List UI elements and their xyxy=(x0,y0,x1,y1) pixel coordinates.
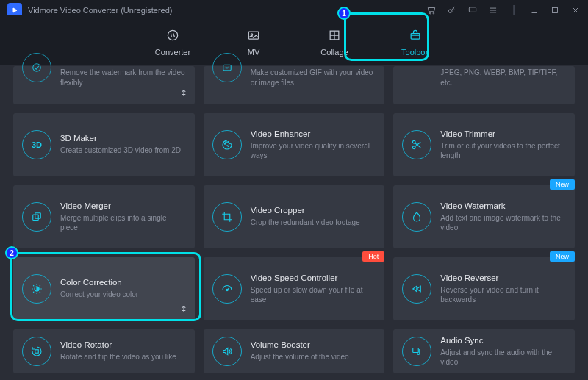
card-desc: Create customized 3D video from 2D xyxy=(60,146,186,156)
window-title: Vidmore Video Converter (Unregistered) xyxy=(28,6,426,15)
card-title: Video Trimmer xyxy=(440,129,566,138)
card-desc: Rotate and flip the video as you like xyxy=(60,352,186,362)
feedback-icon[interactable] xyxy=(467,5,478,15)
maximize-icon[interactable] xyxy=(550,5,560,15)
card-video-rotator[interactable]: Video RotatorRotate and flip the video a… xyxy=(13,329,195,373)
titlebar: Vidmore Video Converter (Unregistered) | xyxy=(0,0,588,15)
droplet-icon xyxy=(402,202,431,232)
card-video-cropper[interactable]: Video CropperCrop the redundant video fo… xyxy=(204,185,385,248)
card-color-correction[interactable]: Color CorrectionCorrect your video color… xyxy=(13,257,195,320)
card-video-trimmer[interactable]: Video TrimmerTrim or cut your videos to … xyxy=(393,113,575,176)
card-desc: Make customized GIF with your video or i… xyxy=(251,68,376,87)
tab-label: Converter xyxy=(155,48,190,57)
tab-collage[interactable]: Collage xyxy=(305,23,364,57)
svg-point-6 xyxy=(168,30,177,40)
volume-icon xyxy=(212,337,242,366)
new-tag: New xyxy=(550,179,575,190)
svg-rect-18 xyxy=(33,215,39,221)
brightness-icon xyxy=(22,274,51,304)
card-title: Audio Sync xyxy=(440,336,566,345)
converter-icon xyxy=(143,27,202,43)
card-title: 3D Maker xyxy=(60,134,186,143)
svg-marker-23 xyxy=(417,286,420,292)
close-icon[interactable] xyxy=(570,5,581,15)
card-desc: JPEG, PNG, WEBP, BMP, TIF/TIFF, etc. xyxy=(440,68,566,87)
card-3d-maker[interactable]: 3D 3D MakerCreate customized 3D video fr… xyxy=(13,113,195,176)
card-video-merger[interactable]: Video MergerMerge multiple clips into a … xyxy=(13,185,195,248)
pin-icon[interactable]: ⇞ xyxy=(180,88,187,98)
menu-icon[interactable] xyxy=(488,5,498,15)
card-desc: Adjust the volume of the video xyxy=(251,352,376,362)
key-icon[interactable] xyxy=(447,5,457,15)
svg-point-8 xyxy=(251,34,253,36)
new-tag: New xyxy=(550,251,575,262)
divider: | xyxy=(509,5,519,15)
card-video-enhancer[interactable]: Video EnhancerImprove your video quality… xyxy=(204,113,385,176)
minimize-icon[interactable] xyxy=(529,5,539,15)
card-desc: Adjust and sync the audio with the video xyxy=(440,348,566,368)
svg-rect-19 xyxy=(35,213,41,219)
card-desc: Merge multiple clips into a single piece xyxy=(60,213,186,233)
tab-toolbox[interactable]: Toolbox xyxy=(386,23,445,57)
toolbox-icon xyxy=(386,27,445,43)
svg-point-13 xyxy=(224,143,226,145)
main-nav: Converter MV Collage Toolbox xyxy=(0,15,588,65)
svg-point-11 xyxy=(33,64,41,72)
tab-mv[interactable]: MV xyxy=(224,23,283,57)
card-video-speed-controller[interactable]: Hot Video Speed ControllerSpeed up or sl… xyxy=(204,257,385,320)
svg-point-17 xyxy=(413,146,416,149)
card-desc: Remove the watermark from the video flex… xyxy=(60,68,186,87)
card-title: Video Cropper xyxy=(251,206,376,215)
merge-icon xyxy=(22,202,51,232)
card-desc: Add text and image watermark to the vide… xyxy=(440,213,566,233)
svg-point-16 xyxy=(413,140,416,143)
svg-rect-24 xyxy=(35,350,39,354)
svg-rect-25 xyxy=(413,348,419,353)
gif-maker-icon xyxy=(212,53,242,82)
svg-point-14 xyxy=(225,142,226,143)
card-volume-booster[interactable]: Volume BoosterAdjust the volume of the v… xyxy=(204,329,385,373)
card-desc: Improve your video quality in several wa… xyxy=(251,141,376,161)
window-controls: | xyxy=(426,5,581,15)
pin-icon[interactable]: ⇞ xyxy=(180,304,187,315)
card-video-reverser[interactable]: New Video ReverserReverse your video and… xyxy=(393,257,575,320)
rotate-icon xyxy=(22,337,51,366)
card-title: Video Reverser xyxy=(440,273,566,282)
rewind-icon xyxy=(402,274,431,304)
mv-icon xyxy=(224,27,283,43)
card-desc: Reverse your video and turn it backwards xyxy=(440,285,566,305)
watermark-remover-icon xyxy=(22,53,51,82)
audio-sync-icon xyxy=(402,337,431,366)
card-title: Video Merger xyxy=(60,201,186,210)
scissors-icon xyxy=(402,130,431,159)
gauge-icon xyxy=(212,274,242,304)
card-title: Video Watermark xyxy=(440,201,566,210)
card-image-converter[interactable]: JPEG, PNG, WEBP, BMP, TIF/TIFF, etc. xyxy=(393,66,575,104)
svg-point-15 xyxy=(227,142,229,143)
card-video-watermark[interactable]: New Video WatermarkAdd text and image wa… xyxy=(393,185,575,248)
svg-rect-10 xyxy=(411,34,420,40)
tab-converter[interactable]: Converter xyxy=(143,23,202,57)
card-title: Video Speed Controller xyxy=(251,273,376,282)
card-title: Volume Booster xyxy=(251,340,376,349)
svg-point-1 xyxy=(429,12,431,14)
tools-grid: Remove the watermark from the video flex… xyxy=(0,66,588,373)
svg-marker-0 xyxy=(13,8,17,12)
tab-label: Toolbox xyxy=(401,48,429,57)
tab-label: Collage xyxy=(320,48,348,57)
palette-icon xyxy=(212,130,242,159)
card-watermark-remover[interactable]: Remove the watermark from the video flex… xyxy=(13,66,195,104)
tab-label: MV xyxy=(248,48,260,57)
card-gif-maker[interactable]: Make customized GIF with your video or i… xyxy=(204,66,385,104)
crop-icon xyxy=(212,202,242,232)
card-audio-sync[interactable]: Audio SyncAdjust and sync the audio with… xyxy=(393,329,575,373)
cart-icon[interactable] xyxy=(426,5,437,15)
annotation-badge-1: 1 xyxy=(337,7,351,20)
card-desc: Crop the redundant video footage xyxy=(251,218,376,228)
card-desc: Speed up or slow down your file at ease xyxy=(251,285,376,305)
3d-icon: 3D xyxy=(22,130,51,159)
annotation-badge-2: 2 xyxy=(5,246,18,259)
card-title: Color Correction xyxy=(60,278,186,287)
hot-tag: Hot xyxy=(362,251,384,262)
card-desc: Trim or cut your videos to the perfect l… xyxy=(440,141,566,161)
